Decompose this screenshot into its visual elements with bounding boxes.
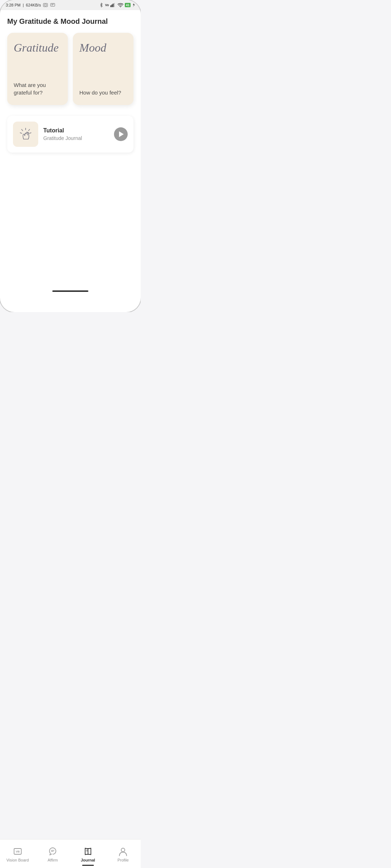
charging-icon — [132, 3, 135, 7]
separator: | — [23, 3, 24, 7]
screenshot-icon — [43, 3, 48, 8]
wifi-icon — [118, 3, 123, 7]
gratitude-card-subtitle: What are you grateful for? — [14, 81, 61, 96]
tutorial-card[interactable]: Tutorial Gratitude Journal — [7, 116, 133, 153]
mood-card-subtitle: How do you feel? — [79, 89, 127, 96]
mood-card[interactable]: Mood How do you feel? — [73, 33, 133, 105]
signal-icon — [110, 3, 116, 7]
time: 3:28 PM — [6, 3, 21, 7]
svg-line-15 — [20, 133, 22, 133]
status-bar: 3:28 PM | 624KB/s Vo — [0, 0, 141, 10]
cards-row: Gratitude What are you grateful for? Moo… — [7, 33, 133, 105]
tutorial-subtitle: Gratitude Journal — [43, 135, 109, 141]
speed: 624KB/s — [26, 3, 41, 7]
tutorial-title: Tutorial — [43, 127, 109, 134]
page-title: My Gratitude & Mood Journal — [7, 17, 133, 26]
status-left: 3:28 PM | 624KB/s — [6, 3, 55, 8]
home-indicator-area — [0, 287, 141, 295]
bluetooth-icon — [99, 3, 104, 8]
message-icon — [50, 3, 55, 8]
svg-point-9 — [120, 6, 121, 7]
svg-rect-8 — [114, 3, 115, 7]
home-indicator — [52, 290, 88, 292]
svg-rect-6 — [111, 4, 112, 7]
hands-icon — [18, 127, 33, 141]
gratitude-card[interactable]: Gratitude What are you grateful for? — [7, 33, 68, 105]
battery-icon: 41 — [125, 3, 131, 7]
play-button[interactable] — [114, 127, 128, 141]
svg-line-14 — [22, 129, 23, 131]
svg-rect-0 — [44, 3, 48, 6]
svg-rect-2 — [51, 3, 55, 6]
svg-rect-1 — [45, 4, 47, 6]
svg-line-13 — [29, 133, 31, 133]
tutorial-text: Tutorial Gratitude Journal — [43, 127, 109, 141]
svg-rect-5 — [110, 5, 111, 7]
mood-card-title: Mood — [79, 41, 127, 54]
gratitude-card-title: Gratitude — [14, 41, 61, 54]
svg-line-12 — [28, 129, 30, 131]
svg-rect-7 — [113, 4, 113, 7]
volte-icon: Vo — [105, 3, 109, 7]
battery-level: 41 — [126, 3, 129, 7]
tutorial-icon-box — [13, 122, 38, 147]
status-right: Vo 41 — [99, 3, 135, 8]
main-content: My Gratitude & Mood Journal Gratitude Wh… — [0, 10, 141, 287]
phone-frame: 3:28 PM | 624KB/s Vo — [0, 0, 141, 312]
svg-marker-10 — [133, 3, 135, 7]
